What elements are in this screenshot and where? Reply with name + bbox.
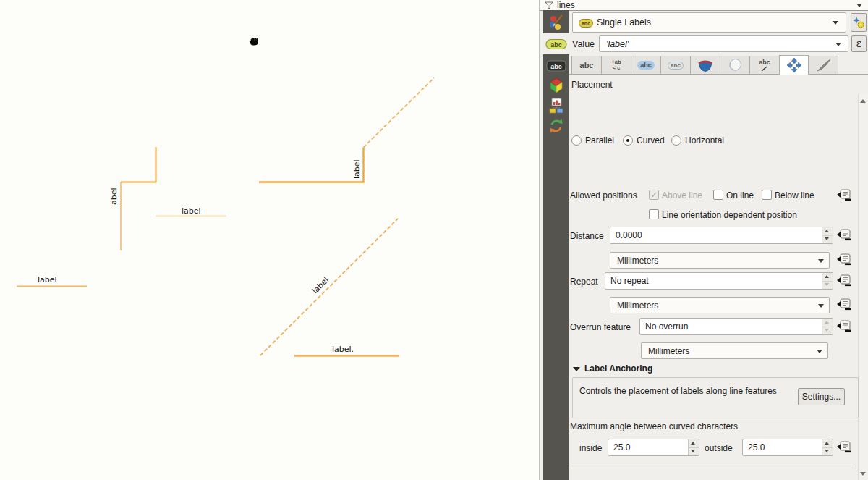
distance-unit: Millimeters bbox=[617, 256, 658, 266]
svg-text:abc: abc bbox=[550, 41, 562, 49]
map-line-diagonal-bottom bbox=[260, 219, 398, 355]
distance-label: Distance bbox=[570, 231, 604, 241]
svg-text:abc: abc bbox=[550, 63, 562, 70]
data-defined-override-allowed-positions[interactable] bbox=[836, 189, 852, 202]
spin-down-icon[interactable] bbox=[822, 327, 833, 334]
scroll-down-icon[interactable] bbox=[860, 472, 866, 476]
value-label: Value bbox=[572, 39, 595, 49]
chevron-down-icon bbox=[856, 4, 862, 7]
radio-parallel[interactable] bbox=[571, 135, 582, 146]
layer-selector[interactable]: lines bbox=[540, 0, 868, 11]
data-defined-override-distance[interactable] bbox=[836, 229, 852, 242]
distance-value: 0.0000 bbox=[616, 230, 642, 240]
outside-angle-spinbox[interactable]: 25.0 bbox=[742, 439, 833, 456]
tab-buffer[interactable]: abc bbox=[631, 56, 660, 75]
spin-buttons[interactable] bbox=[822, 227, 833, 243]
section-title: Placement bbox=[571, 80, 613, 90]
chevron-down-icon bbox=[817, 350, 822, 353]
checkbox-on-line[interactable] bbox=[713, 190, 723, 200]
data-defined-override-repeat[interactable] bbox=[836, 274, 852, 287]
automated-placement-button[interactable] bbox=[851, 13, 867, 32]
anchoring-settings-button[interactable]: Settings... bbox=[798, 388, 845, 405]
map-canvas[interactable]: label label label label label label. bbox=[0, 0, 539, 480]
panel-scrollbar[interactable] bbox=[858, 94, 868, 480]
expression-builder-button[interactable]: ε bbox=[851, 35, 867, 52]
bottom-separator bbox=[569, 468, 856, 468]
map-label: label bbox=[352, 159, 362, 179]
below-line-label: Below line bbox=[775, 190, 814, 201]
spin-buttons[interactable] bbox=[822, 439, 833, 455]
radio-parallel-label: Parallel bbox=[585, 135, 614, 146]
tab-background[interactable] bbox=[690, 56, 720, 75]
radio-curved-label: Curved bbox=[637, 135, 665, 146]
shadow-tab-icon bbox=[720, 56, 749, 74]
distance-spinbox[interactable]: 0.0000 bbox=[610, 227, 833, 244]
map-line-elbow-left bbox=[121, 147, 156, 182]
sidebar-item-diagrams[interactable] bbox=[543, 96, 569, 116]
radio-horizontal[interactable] bbox=[671, 135, 681, 146]
sidebar-item-labels[interactable]: abc bbox=[543, 33, 569, 54]
collapse-triangle-icon[interactable] bbox=[573, 367, 580, 371]
spin-down-icon[interactable] bbox=[822, 447, 833, 455]
checkbox-above-line[interactable]: ✓ bbox=[649, 190, 659, 200]
3d-cube-icon bbox=[548, 77, 565, 94]
tab-formatting[interactable]: +ab< c bbox=[601, 56, 631, 75]
allowed-positions-label: Allowed positions bbox=[570, 190, 637, 201]
data-defined-override-overrun[interactable] bbox=[836, 320, 852, 333]
grab-cursor-icon bbox=[247, 35, 261, 48]
checkbox-line-orientation[interactable] bbox=[649, 209, 659, 219]
spin-down-icon[interactable] bbox=[822, 281, 833, 289]
map-label: label bbox=[182, 206, 201, 216]
sidebar-item-mask[interactable]: abc bbox=[543, 56, 569, 77]
sidebar-item-3d-view[interactable] bbox=[543, 75, 569, 96]
data-defined-override-distance-unit[interactable] bbox=[836, 253, 852, 266]
map-label: label bbox=[109, 188, 119, 207]
value-expression-combo[interactable]: 'label' bbox=[599, 35, 848, 52]
placement-settings-icon bbox=[852, 16, 865, 29]
tab-mask[interactable]: abc bbox=[660, 56, 690, 75]
inside-angle-spinbox[interactable]: 25.0 bbox=[608, 439, 699, 456]
rendering-tab-icon bbox=[809, 56, 838, 74]
layer-name: lines bbox=[557, 0, 575, 10]
tab-placement[interactable] bbox=[779, 55, 809, 75]
radio-horizontal-label: Horizontal bbox=[685, 135, 724, 146]
single-labels-icon: abc bbox=[579, 19, 593, 28]
inside-angle-value: 25.0 bbox=[613, 442, 630, 452]
overrun-unit-combo[interactable]: Millimeters bbox=[641, 342, 828, 359]
data-defined-override-max-angle[interactable] bbox=[836, 441, 852, 454]
chevron-down-icon bbox=[833, 21, 838, 25]
spin-buttons[interactable] bbox=[688, 439, 699, 455]
tab-shadow[interactable] bbox=[720, 56, 749, 75]
spin-buttons[interactable] bbox=[822, 319, 833, 334]
tab-rendering[interactable] bbox=[809, 56, 838, 75]
spin-down-icon[interactable] bbox=[689, 447, 699, 455]
repeat-spinbox[interactable]: No repeat bbox=[605, 272, 833, 290]
spin-down-icon[interactable] bbox=[822, 235, 833, 243]
data-defined-override-repeat-unit[interactable] bbox=[836, 298, 852, 311]
label-type-combo[interactable]: abc Single Labels bbox=[572, 12, 846, 33]
radio-dot bbox=[626, 139, 629, 142]
formatting-tab-icon: +ab< c bbox=[602, 56, 631, 74]
overrun-label: Overrun feature bbox=[570, 322, 631, 332]
outside-angle-value: 25.0 bbox=[748, 442, 765, 452]
repeat-unit: Millimeters bbox=[617, 300, 658, 311]
text-tab-icon: abc bbox=[572, 56, 601, 74]
svg-text:abc: abc bbox=[582, 21, 590, 26]
radio-curved[interactable] bbox=[623, 135, 633, 146]
checkbox-below-line[interactable] bbox=[762, 190, 772, 200]
tab-callouts[interactable]: abc bbox=[749, 56, 779, 75]
tab-text[interactable]: abc bbox=[571, 56, 601, 75]
check-icon: ✓ bbox=[650, 190, 657, 199]
spin-buttons[interactable] bbox=[822, 273, 833, 289]
scroll-up-icon[interactable] bbox=[860, 99, 866, 103]
max-angle-title: Maximum angle between curved characters bbox=[570, 421, 738, 431]
sidebar-item-history[interactable] bbox=[543, 116, 569, 136]
placement-tab-icon bbox=[780, 56, 808, 75]
overrun-spinbox[interactable]: No overrun bbox=[639, 318, 833, 335]
repeat-unit-combo[interactable]: Millimeters bbox=[610, 297, 830, 313]
history-icon bbox=[548, 117, 565, 135]
inside-label: inside bbox=[579, 443, 602, 453]
mask-icon: abc bbox=[546, 60, 566, 72]
distance-unit-combo[interactable]: Millimeters bbox=[610, 252, 830, 269]
sidebar-item-symbology[interactable] bbox=[543, 12, 569, 32]
